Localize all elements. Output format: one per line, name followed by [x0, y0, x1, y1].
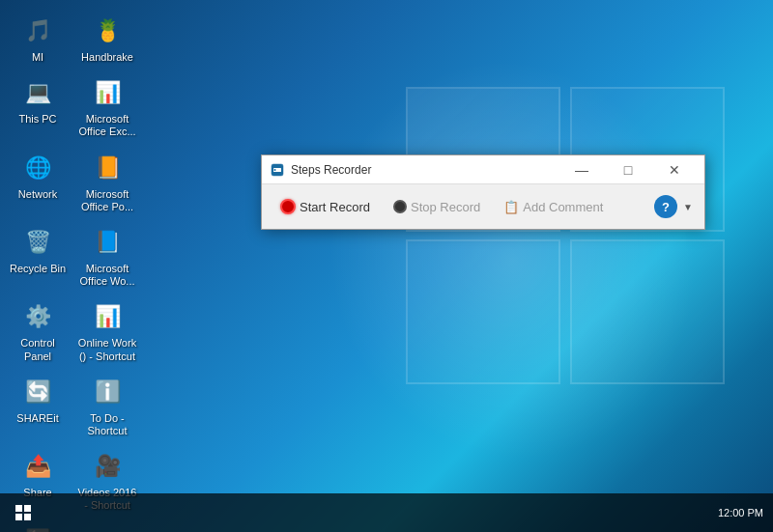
start-button[interactable] — [0, 493, 46, 532]
stop-icon — [393, 200, 407, 213]
network-icon: 🌐 — [20, 151, 55, 185]
desktop-icon-mi[interactable]: 🎵 MI — [5, 10, 71, 68]
word-label: Microsoft Office Wo... — [76, 263, 138, 288]
word-icon: 📘 — [90, 225, 125, 260]
dropdown-arrow-icon[interactable]: ▼ — [679, 200, 697, 214]
mi-label: MI — [32, 51, 43, 64]
window-controls: — □ ✕ — [559, 155, 697, 184]
desktop: 🎵 MI 🍍 Handbrake 💻 This PC 📊 Microsoft O… — [0, 0, 773, 532]
svg-point-2 — [274, 169, 276, 171]
stop-record-button[interactable]: Stop Record — [383, 195, 491, 219]
handbrake-label: Handbrake — [81, 51, 133, 64]
start-record-button[interactable]: Start Record — [270, 194, 381, 219]
desktop-icon-handbrake[interactable]: 🍍 Handbrake — [74, 10, 140, 68]
icon-row-4: ⚙️ Control Panel 📊 Online Work () - Shor… — [5, 295, 140, 366]
this-pc-label: This PC — [18, 113, 56, 126]
excel-label: Microsoft Office Exc... — [76, 113, 138, 138]
start-record-label: Start Record — [300, 200, 370, 214]
control-panel-label: Control Panel — [7, 337, 69, 362]
desktop-icon-network[interactable]: 🌐 Network — [5, 147, 71, 217]
window-toolbar: Start Record Stop Record 📋 Add Comment ?… — [262, 184, 704, 229]
desktop-icon-this-pc[interactable]: 💻 This PC — [5, 71, 71, 142]
win-pane-bottomleft — [406, 239, 560, 384]
svg-rect-5 — [15, 514, 22, 520]
help-button[interactable]: ? — [654, 195, 677, 218]
window-title-text: Steps Recorder — [291, 163, 559, 177]
taskbar-system-tray: 12:00 PM — [718, 507, 773, 518]
videos-icon: 🎥 — [90, 449, 125, 484]
desktop-icon-online-work[interactable]: 📊 Online Work () - Shortcut — [74, 295, 140, 366]
todo-icon: ℹ️ — [90, 375, 125, 409]
icon-row-0: 🎵 MI 🍍 Handbrake — [5, 10, 140, 68]
desktop-icon-control-panel[interactable]: ⚙️ Control Panel — [5, 295, 71, 366]
online-work-icon: 📊 — [90, 299, 125, 334]
taskbar-time: 12:00 PM — [718, 507, 763, 518]
window-titlebar[interactable]: Steps Recorder — □ ✕ — [262, 155, 704, 184]
online-work-label: Online Work () - Shortcut — [76, 337, 138, 362]
maximize-button[interactable]: □ — [606, 155, 650, 184]
excel-icon: 📊 — [90, 75, 125, 110]
desktop-icon-shareit[interactable]: 🔄 SHAREit — [5, 371, 71, 441]
powerpoint-icon: 📙 — [90, 151, 125, 185]
window-title-icon — [270, 162, 285, 178]
powerpoint-label: Microsoft Office Po... — [76, 188, 138, 213]
comment-icon: 📋 — [503, 200, 519, 214]
icon-row-1: 💻 This PC 📊 Microsoft Office Exc... — [5, 71, 140, 142]
control-panel-icon: ⚙️ — [20, 299, 55, 334]
network-label: Network — [18, 188, 57, 201]
desktop-icon-recycle[interactable]: 🗑️ Recycle Bin — [5, 221, 71, 292]
stop-record-label: Stop Record — [411, 200, 480, 214]
icon-row-3: 🗑️ Recycle Bin 📘 Microsoft Office Wo... — [5, 221, 140, 292]
minimize-button[interactable]: — — [559, 155, 604, 184]
svg-rect-3 — [15, 505, 22, 512]
desktop-icon-word[interactable]: 📘 Microsoft Office Wo... — [74, 221, 140, 292]
recycle-bin-icon: 🗑️ — [20, 225, 55, 260]
steps-recorder-window: Steps Recorder — □ ✕ Start Record Stop R… — [261, 154, 705, 230]
add-comment-label: Add Comment — [523, 200, 603, 214]
shareit-icon: 🔄 — [20, 375, 55, 409]
close-button[interactable]: ✕ — [652, 155, 697, 184]
add-comment-button[interactable]: 📋 Add Comment — [493, 195, 614, 219]
win-pane-bottomright — [570, 239, 725, 384]
svg-rect-4 — [24, 505, 31, 512]
icon-row-5: 🔄 SHAREit ℹ️ To Do - Shortcut — [5, 371, 140, 441]
this-pc-icon: 💻 — [20, 75, 55, 110]
desktop-icon-todo[interactable]: ℹ️ To Do - Shortcut — [74, 371, 140, 441]
shareit-label: SHAREit — [16, 412, 58, 425]
share-icon: 📤 — [20, 449, 55, 484]
desktop-icon-area: 🎵 MI 🍍 Handbrake 💻 This PC 📊 Microsoft O… — [0, 0, 145, 532]
desktop-icon-powerpoint[interactable]: 📙 Microsoft Office Po... — [74, 147, 140, 217]
mi-icon: 🎵 — [20, 14, 55, 48]
svg-rect-6 — [24, 514, 31, 520]
icon-row-2: 🌐 Network 📙 Microsoft Office Po... — [5, 147, 140, 217]
handbrake-icon: 🍍 — [90, 14, 125, 48]
help-label: ? — [662, 200, 670, 214]
desktop-icon-excel[interactable]: 📊 Microsoft Office Exc... — [74, 71, 140, 142]
record-red-icon — [280, 199, 296, 214]
recycle-label: Recycle Bin — [10, 263, 66, 275]
taskbar: 12:00 PM — [0, 493, 773, 532]
todo-label: To Do - Shortcut — [76, 412, 138, 437]
